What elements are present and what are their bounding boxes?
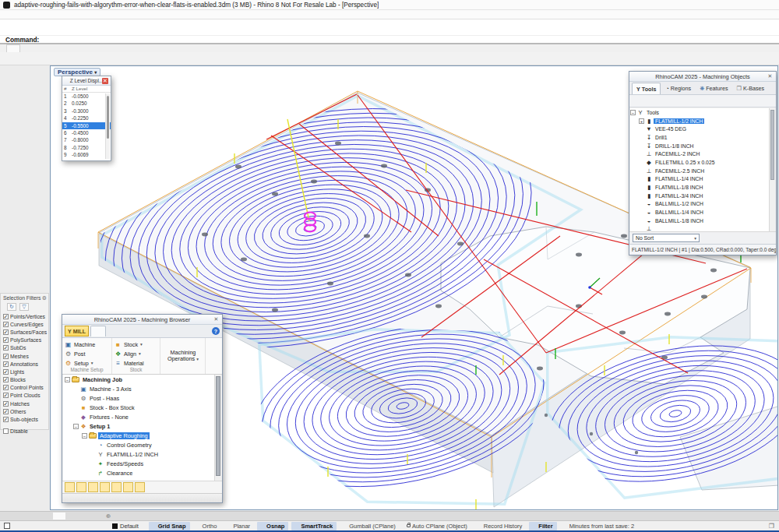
tool-item[interactable]: ◒ BALLMILL-1/2 INCH [630, 200, 769, 209]
tree-row[interactable]: ⚙ Post - Haas [63, 393, 214, 403]
toolbar-tab[interactable] [170, 44, 182, 52]
machining-objects-tab[interactable]: Υ Tools [632, 83, 661, 94]
status-field[interactable] [52, 523, 69, 530]
browser-tab[interactable] [90, 326, 106, 336]
z-level-scrollbar[interactable] [105, 93, 110, 159]
tree-row[interactable]: ↱ Clearance [63, 468, 214, 477]
z-level-row[interactable]: 7 -0.8000 [62, 136, 111, 143]
ribbon-button[interactable]: ■ Stock ▾ [115, 340, 158, 349]
tool-item[interactable]: ◒ BALLMILL-1/4 INCH [630, 208, 769, 217]
expand-icon[interactable]: − [82, 433, 87, 439]
toolbar-tab[interactable] [33, 44, 45, 52]
ribbon-button[interactable]: ❖ Align ▾ [115, 349, 158, 358]
new-viewport-icon[interactable]: ⊕ [106, 513, 111, 520]
filter-checkbox[interactable]: ✓ [3, 361, 9, 367]
select-mode-icon[interactable]: ↻ [7, 303, 16, 311]
tool-item[interactable]: ◆ FILLETMILL 0.25 x 0.025 [630, 158, 769, 167]
toolbar-tab[interactable] [157, 44, 170, 52]
viewport-tab[interactable] [90, 513, 103, 520]
toolbar-tab[interactable] [95, 44, 108, 52]
filter-checkbox[interactable]: ✓ [3, 417, 9, 422]
tree-row[interactable]: − Adaptive Roughing [63, 431, 214, 440]
ribbon-button[interactable]: ⚙ Post [65, 349, 110, 358]
layer-swatch-icon[interactable] [4, 523, 10, 529]
tree-row[interactable]: − ❖ Setup 1 [63, 421, 214, 431]
toolbar-tab[interactable] [145, 44, 157, 52]
status-toggle[interactable]: Planar [224, 522, 254, 530]
help-icon[interactable]: ? [212, 327, 220, 335]
tree-scrollbar[interactable] [214, 375, 221, 481]
filter-checkbox[interactable]: ✓ [3, 322, 9, 327]
toolbar-tab[interactable] [132, 44, 145, 52]
z-level-row[interactable]: 4 -0.2250 [62, 115, 111, 122]
toolbar-tab[interactable] [70, 44, 83, 52]
status-field[interactable] [86, 523, 104, 530]
toolbar-tab[interactable] [45, 44, 58, 52]
z-level-row[interactable]: 3 -0.3000 [62, 107, 111, 115]
browser-tab[interactable] [106, 326, 120, 336]
toolbar-tab[interactable] [195, 44, 207, 52]
tree-row[interactable]: ◆ Fixtures - None [63, 412, 214, 421]
status-field[interactable] [35, 523, 52, 530]
status-toggle[interactable]: Minutes from last save: 2 [560, 522, 638, 530]
filter-checkbox[interactable]: ✓ [3, 369, 9, 375]
panel-toggle-icon[interactable]: ❐ [769, 523, 774, 530]
z-level-row[interactable]: 6 -0.4500 [62, 129, 111, 136]
z-level-row[interactable]: 1 -0.0500 [62, 93, 111, 100]
viewport-tab[interactable] [53, 513, 65, 520]
tree-row[interactable]: − Machining Job [63, 375, 214, 384]
filter-checkbox[interactable]: ✓ [3, 401, 9, 407]
mill-module-tab[interactable]: Υ MILL [65, 326, 89, 336]
layer-pane[interactable]: Default [104, 523, 147, 530]
tool-item[interactable]: ↧ DRILL-1/8 INCH [630, 142, 769, 150]
machining-operations-button[interactable]: Machining Operations ▾ [160, 338, 206, 374]
filter-checkbox[interactable]: ✓ [3, 329, 9, 335]
tree-row[interactable]: ✦ Feeds/Speeds [63, 459, 214, 468]
machining-objects-tab[interactable]: ❒ K-Bases [733, 83, 769, 94]
status-field[interactable] [69, 523, 86, 530]
tree-row[interactable]: ◔ Control Geometry [63, 440, 214, 449]
viewport-tab[interactable] [65, 513, 78, 520]
filter-checkbox[interactable]: ✓ [3, 385, 9, 390]
toolbar-tab[interactable] [20, 44, 33, 52]
filter-checkbox[interactable]: ✓ [3, 377, 9, 382]
status-toggle[interactable]: Record History [474, 522, 527, 530]
viewport[interactable]: Perspective ▾ Z Level Displ... ✕ # Z Lev… [50, 65, 778, 510]
toolbar-tab[interactable] [120, 44, 132, 52]
tree-row[interactable]: Υ FLATMILL-1/2 INCH [63, 449, 214, 459]
tree-row[interactable]: ▣ Machine - 3 Axis [63, 384, 214, 393]
z-level-row[interactable]: 9 -0.6069 [62, 151, 111, 158]
filter-checkbox[interactable]: ✓ [3, 393, 9, 398]
status-toggle[interactable]: Osnap [257, 522, 288, 530]
gear-icon[interactable]: ⚙ [42, 295, 47, 301]
toolbar-tab[interactable] [108, 44, 120, 52]
close-icon[interactable]: ✕ [767, 73, 774, 80]
close-icon[interactable]: ✕ [213, 316, 220, 323]
tree-row[interactable]: ■ Stock - Box Stock [63, 403, 214, 412]
expand-icon[interactable]: − [73, 424, 79, 429]
tool-item[interactable]: ▮ FLATMILL-1/8 INCH [630, 183, 769, 192]
collapse-icon[interactable]: − [630, 110, 636, 115]
z-level-row[interactable]: 8 -0.7250 [62, 144, 111, 151]
filter-checkbox[interactable]: ✓ [3, 354, 9, 359]
filter-checkbox[interactable]: ✓ [3, 345, 9, 351]
command-prompt[interactable]: Command: [0, 36, 779, 44]
expand-icon[interactable]: − [65, 377, 70, 382]
tool-item[interactable]: ◒ BALLMILL-1/8 INCH [630, 217, 769, 225]
z-level-row[interactable]: 2 0.0250 [62, 100, 111, 107]
viewport-tab[interactable] [78, 513, 90, 520]
status-toggle[interactable]: Ortho [193, 522, 221, 530]
ribbon-button[interactable]: ▣ Machine [65, 340, 110, 349]
status-toggle[interactable]: Grid Snap [149, 522, 190, 530]
tool-item[interactable]: ▼ VEE-45 DEG [630, 125, 769, 133]
filter-checkbox[interactable]: ✓ [3, 409, 9, 414]
filter-checkbox[interactable]: ✓ [3, 314, 9, 319]
tool-item[interactable]: ▮ FLATMILL-1/4 INCH [630, 175, 769, 184]
tool-item[interactable]: + ▮ FLATMILL-1/2 INCH [630, 117, 769, 125]
tool-item[interactable]: ▮ FLATMILL-3/4 INCH [630, 192, 769, 200]
machining-objects-tab[interactable]: ◔ Regions [661, 83, 695, 94]
toolbar-tab[interactable] [83, 44, 95, 52]
tools-scrollbar[interactable] [769, 108, 775, 231]
sort-dropdown[interactable]: No Sort ▾ [633, 234, 700, 242]
status-toggle[interactable]: SmartTrack [291, 522, 337, 530]
